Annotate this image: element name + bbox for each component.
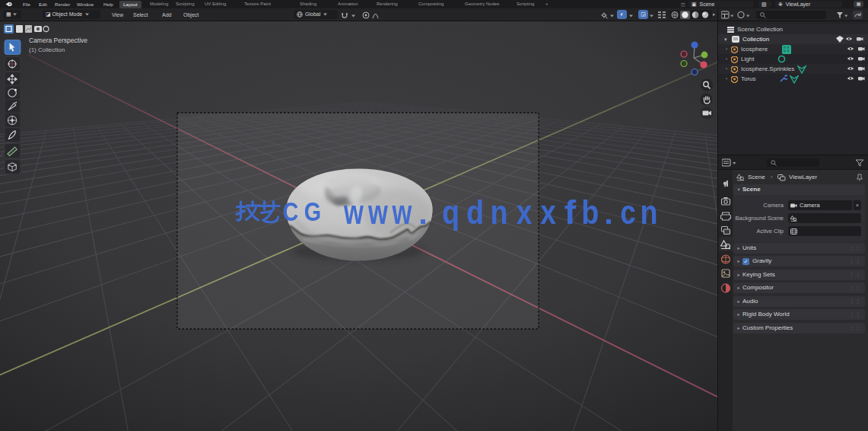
svg-text:w: w — [392, 193, 412, 231]
svg-text:w: w — [343, 193, 364, 231]
svg-text:b: b — [581, 193, 599, 231]
svg-text:w: w — [367, 193, 388, 231]
svg-text:d: d — [466, 193, 484, 231]
svg-text:x: x — [517, 193, 533, 231]
svg-text:c: c — [620, 193, 635, 231]
svg-text:n: n — [490, 193, 507, 231]
svg-text:C: C — [283, 196, 299, 227]
svg-text:q: q — [442, 193, 459, 231]
svg-text:n: n — [640, 193, 657, 231]
svg-text:x: x — [540, 193, 556, 231]
svg-text:f: f — [564, 193, 577, 231]
svg-text:G: G — [304, 196, 321, 227]
